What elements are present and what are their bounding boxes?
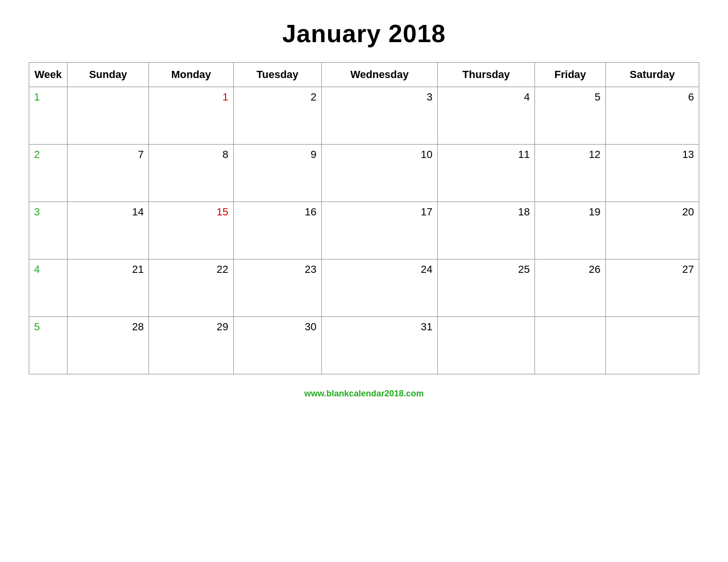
week-label: 5 [34, 321, 40, 333]
week-row-1: 1123456 [29, 87, 699, 145]
day-cell-20: 20 [605, 202, 699, 259]
week-label: 1 [34, 91, 40, 103]
header-wednesday: Wednesday [321, 63, 437, 87]
day-cell-23: 23 [233, 259, 321, 317]
week-number-5: 5 [29, 317, 68, 374]
day-cell-17: 17 [321, 202, 437, 259]
day-cell-21: 21 [68, 259, 149, 317]
day-cell-22: 22 [149, 259, 233, 317]
week-number-2: 2 [29, 145, 68, 202]
day-cell-empty [605, 317, 699, 374]
day-cell-9: 9 [233, 145, 321, 202]
calendar-title: January 2018 [282, 19, 446, 48]
header-row: Week Sunday Monday Tuesday Wednesday Thu… [29, 63, 699, 87]
header-friday: Friday [535, 63, 605, 87]
day-cell-28: 28 [68, 317, 149, 374]
week-label: 2 [34, 148, 40, 160]
day-cell-13: 13 [605, 145, 699, 202]
day-cell-1: 1 [149, 87, 233, 145]
day-cell-14: 14 [68, 202, 149, 259]
day-cell-15: 15 [149, 202, 233, 259]
week-row-2: 278910111213 [29, 145, 699, 202]
day-cell-16: 16 [233, 202, 321, 259]
week-label: 4 [34, 263, 40, 275]
week-row-5: 528293031 [29, 317, 699, 374]
day-cell-11: 11 [437, 145, 535, 202]
header-sunday: Sunday [68, 63, 149, 87]
week-label: 3 [34, 206, 40, 218]
week-number-4: 4 [29, 259, 68, 317]
day-cell-12: 12 [535, 145, 605, 202]
day-cell-24: 24 [321, 259, 437, 317]
day-cell-empty [437, 317, 535, 374]
header-monday: Monday [149, 63, 233, 87]
week-row-3: 314151617181920 [29, 202, 699, 259]
calendar-table: Week Sunday Monday Tuesday Wednesday Thu… [29, 62, 699, 374]
day-cell-5: 5 [535, 87, 605, 145]
day-cell-25: 25 [437, 259, 535, 317]
header-saturday: Saturday [605, 63, 699, 87]
day-cell-3: 3 [321, 87, 437, 145]
header-thursday: Thursday [437, 63, 535, 87]
week-number-1: 1 [29, 87, 68, 145]
header-week: Week [29, 63, 68, 87]
day-cell-8: 8 [149, 145, 233, 202]
day-cell-empty [535, 317, 605, 374]
day-cell-26: 26 [535, 259, 605, 317]
day-cell-7: 7 [68, 145, 149, 202]
day-cell-18: 18 [437, 202, 535, 259]
day-cell-6: 6 [605, 87, 699, 145]
day-cell-2: 2 [233, 87, 321, 145]
day-cell-10: 10 [321, 145, 437, 202]
week-row-4: 421222324252627 [29, 259, 699, 317]
day-cell-31: 31 [321, 317, 437, 374]
day-cell-19: 19 [535, 202, 605, 259]
day-cell-27: 27 [605, 259, 699, 317]
footer-url[interactable]: www.blankcalendar2018.com [304, 389, 423, 398]
day-cell-30: 30 [233, 317, 321, 374]
week-number-3: 3 [29, 202, 68, 259]
day-cell-empty [68, 87, 149, 145]
footer-link: www.blankcalendar2018.com [304, 389, 423, 399]
day-cell-29: 29 [149, 317, 233, 374]
day-cell-4: 4 [437, 87, 535, 145]
header-tuesday: Tuesday [233, 63, 321, 87]
